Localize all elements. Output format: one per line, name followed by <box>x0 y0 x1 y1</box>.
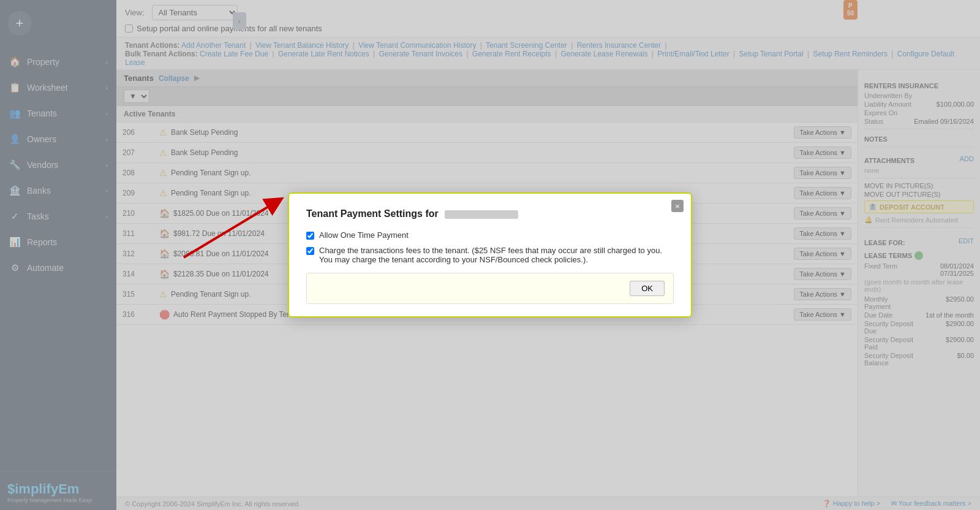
red-arrow-indicator <box>178 190 300 264</box>
modal-ok-button[interactable]: OK <box>630 281 665 296</box>
modal-close-button[interactable]: × <box>671 200 684 212</box>
modal-title: Tenant Payment Settings for <box>306 208 674 219</box>
modal-title-text: Tenant Payment Settings for <box>306 208 439 219</box>
main-content: ‹ P 50 View: All Tenants Setup portal an… <box>116 0 980 510</box>
allow-one-time-payment-label: Allow One Time Payment <box>319 230 409 240</box>
svg-line-1 <box>184 202 276 257</box>
charge-transaction-fees-row: Charge the transactions fees to the tena… <box>306 246 674 264</box>
modal-dialog: × Tenant Payment Settings for Allow One … <box>288 192 692 318</box>
modal-note-box: OK <box>306 273 674 304</box>
modal-tenant-name-redacted <box>445 210 518 219</box>
charge-transaction-fees-checkbox[interactable] <box>306 247 314 255</box>
allow-one-time-payment-row: Allow One Time Payment <box>306 230 674 240</box>
allow-one-time-payment-checkbox[interactable] <box>306 232 314 240</box>
modal-overlay: × Tenant Payment Settings for Allow One … <box>116 0 980 510</box>
charge-transaction-fees-label: Charge the transactions fees to the tena… <box>319 246 674 264</box>
